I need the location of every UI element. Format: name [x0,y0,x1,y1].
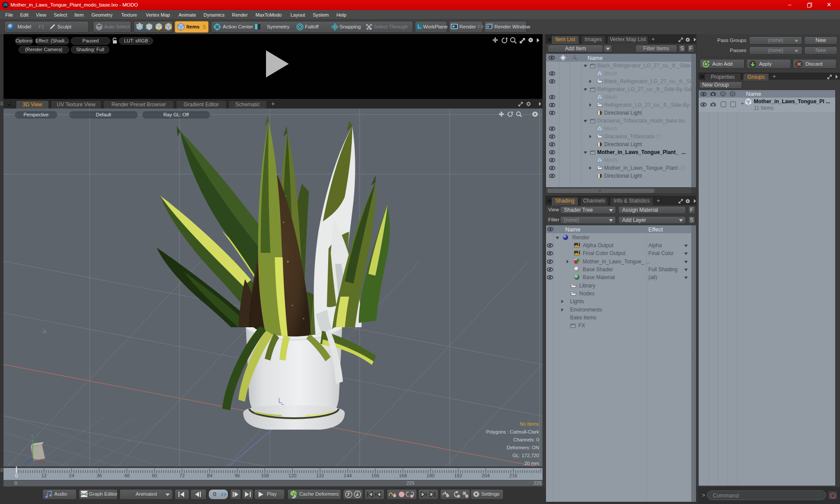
svg-text:12: 12 [41,473,46,478]
svg-text:168: 168 [399,473,407,478]
svg-text:Y: Y [31,434,34,439]
svg-text:192: 192 [454,473,462,478]
svg-text:132: 132 [316,473,324,478]
svg-text:-X: -X [42,329,47,334]
svg-text:36: 36 [97,473,102,478]
svg-text:84: 84 [207,473,212,478]
svg-text:Polygons : Catmull-Clark: Polygons : Catmull-Clark [486,429,539,434]
svg-text:225: 225 [406,480,414,486]
svg-text:225: 225 [534,480,542,486]
svg-text:120: 120 [288,473,296,478]
svg-text:180: 180 [427,473,434,478]
svg-text:48: 48 [124,473,130,478]
svg-text:GL: 172,720: GL: 172,720 [512,453,539,458]
svg-text:Deformers: ON: Deformers: ON [507,445,539,450]
svg-text:96: 96 [234,473,240,478]
svg-text:60: 60 [152,473,157,478]
svg-text:216: 216 [509,473,517,478]
svg-text:144: 144 [344,473,352,478]
svg-text:204: 204 [482,473,490,478]
svg-text:108: 108 [261,473,269,478]
svg-text:20 mm: 20 mm [524,461,539,466]
svg-text:72: 72 [179,473,185,478]
svg-text:156: 156 [371,473,379,478]
svg-text:0: 0 [14,480,17,486]
svg-text:z: z [24,462,26,466]
svg-text:24: 24 [69,473,74,478]
svg-text:No Items: No Items [520,421,539,427]
svg-text:0: 0 [15,473,18,478]
svg-text:Channels: 0: Channels: 0 [513,437,539,442]
